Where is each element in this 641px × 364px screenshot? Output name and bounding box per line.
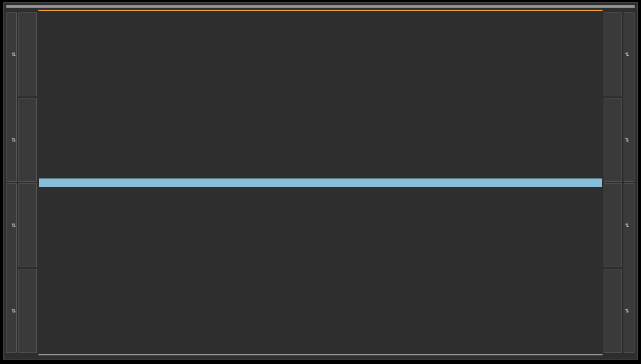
bidirectional-arrow-icon: ⇅ bbox=[11, 51, 16, 57]
bidirectional-arrow-icon: ⇅ bbox=[625, 51, 629, 57]
memory-controller: ⇅ bbox=[18, 98, 37, 182]
bidirectional-arrow-icon: ⇅ bbox=[625, 222, 629, 228]
bidirectional-arrow-icon: ⇅ bbox=[11, 222, 16, 228]
gpu-chip-diagram: ⇅ ⇅ ⇅ ⇅ ⇅ ⇅ ⇅ ⇅ bbox=[3, 2, 638, 360]
memory-controller: ⇅ bbox=[18, 183, 37, 267]
pci-host-interface bbox=[6, 5, 635, 8]
memory-controller: ⇅ bbox=[604, 183, 622, 267]
left-side-column: ⇅ ⇅ ⇅ ⇅ bbox=[6, 12, 37, 353]
hbm2-block bbox=[6, 183, 17, 353]
l2-cache bbox=[39, 178, 602, 187]
gpc-row-bottom bbox=[39, 189, 602, 353]
gpc-row-top bbox=[39, 12, 602, 177]
main-row: ⇅ ⇅ ⇅ ⇅ ⇅ ⇅ ⇅ ⇅ bbox=[6, 12, 635, 353]
memory-controller: ⇅ bbox=[18, 269, 37, 353]
memory-controller: ⇅ bbox=[604, 98, 622, 182]
hbm2-block bbox=[624, 183, 635, 353]
bidirectional-arrow-icon: ⇅ bbox=[625, 308, 629, 314]
gigathread-engine bbox=[38, 10, 603, 11]
hbm2-block bbox=[624, 12, 635, 182]
bidirectional-arrow-icon: ⇅ bbox=[625, 137, 629, 143]
hbm2-block bbox=[6, 12, 17, 182]
memory-controller: ⇅ bbox=[604, 12, 622, 96]
high-speed-hub bbox=[38, 354, 603, 355]
gpc-area bbox=[39, 12, 602, 353]
bidirectional-arrow-icon: ⇅ bbox=[11, 308, 16, 314]
bidirectional-arrow-icon: ⇅ bbox=[11, 137, 16, 143]
memory-controller: ⇅ bbox=[604, 269, 622, 353]
memory-controller: ⇅ bbox=[18, 12, 37, 96]
right-side-column: ⇅ ⇅ ⇅ ⇅ bbox=[604, 12, 635, 353]
